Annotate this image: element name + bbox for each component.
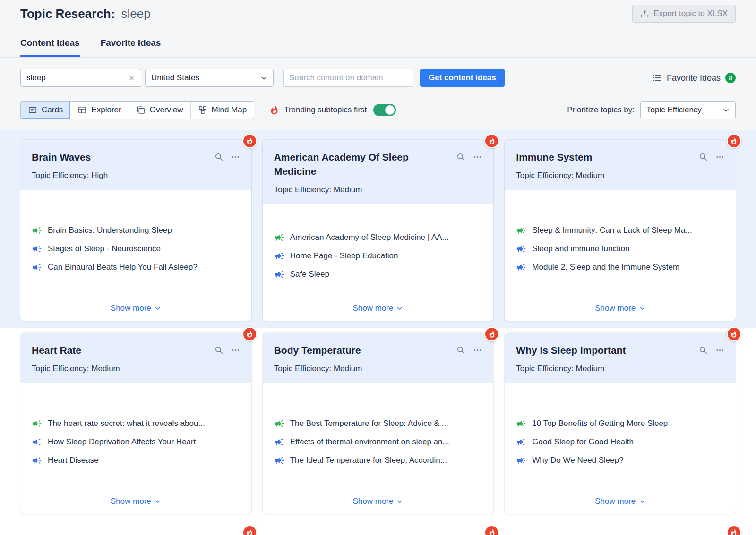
topic-card: Heart Rate Topic Efficiency: Medium The … [20, 333, 251, 514]
search-icon[interactable] [699, 346, 708, 355]
content-idea-text: The heart rate secret: what it reveals a… [48, 419, 205, 428]
controls-row: Cards Explorer Overview [20, 101, 736, 130]
content-idea-item[interactable]: Sleep & Immunity: Can a Lack of Sleep Ma… [516, 225, 724, 236]
card-body: Brain Basics: Understanding Sleep Stages… [20, 190, 251, 321]
card-efficiency: Topic Efficiency: Medium [274, 364, 482, 374]
card-header: Body Temperature Topic Efficiency: Mediu… [263, 333, 494, 383]
content-idea-item[interactable]: Stages of Sleep - Neuroscience [32, 244, 240, 254]
toggle-knob [385, 105, 395, 115]
tab-content-ideas[interactable]: Content Ideas [20, 38, 80, 57]
card-items: Sleep & Immunity: Can a Lack of Sleep Ma… [516, 194, 724, 304]
explorer-view-icon [77, 105, 87, 115]
upload-icon [640, 9, 649, 18]
more-options-icon[interactable] [231, 346, 240, 355]
card-title: Brain Waves [32, 150, 91, 164]
search-icon[interactable] [215, 346, 223, 355]
chevron-down-icon [155, 305, 161, 312]
more-options-icon[interactable] [473, 153, 482, 161]
card-items: American Academy of Sleep Medicine | AA.… [274, 208, 482, 304]
content-idea-item[interactable]: American Academy of Sleep Medicine | AA.… [274, 232, 482, 243]
megaphone-icon [274, 455, 284, 466]
topic-research-page: Topic Research: sleep Export topic to XL… [0, 0, 756, 535]
content-idea-text: The Best Temperature for Sleep: Advice &… [290, 419, 448, 428]
content-idea-item[interactable]: Brain Basics: Understanding Sleep [32, 225, 240, 236]
trending-subtopics-label: Trending subtopics first [284, 105, 367, 115]
card-items: The Best Temperature for Sleep: Advice &… [274, 387, 482, 497]
search-icon[interactable] [456, 153, 465, 161]
content-idea-item[interactable]: The Ideal Temperature for Sleep, Accordi… [274, 455, 482, 466]
search-icon[interactable] [699, 153, 708, 161]
trending-fire-badge [727, 134, 741, 148]
content-idea-item[interactable]: Safe Sleep [274, 269, 482, 280]
clear-icon[interactable] [128, 75, 135, 82]
content-idea-item[interactable]: 10 Top Benefits of Getting More Sleep [516, 418, 724, 429]
content-idea-item[interactable]: Why Do We Need Sleep? [516, 455, 724, 466]
content-idea-item[interactable]: How Sleep Deprivation Affects Your Heart [32, 437, 240, 447]
content-idea-item[interactable]: Good Sleep for Good Health [516, 437, 724, 447]
show-more-label: Show more [353, 304, 394, 313]
card-title: Immune System [516, 150, 592, 164]
overview-view-icon [136, 105, 146, 115]
megaphone-icon [274, 437, 284, 447]
view-mind-map[interactable]: Mind Map [190, 102, 254, 119]
tab-label: Content Ideas [20, 38, 80, 48]
content-idea-text: Module 2. Sleep and the Immune System [532, 263, 679, 272]
search-icon[interactable] [215, 153, 223, 161]
favorite-ideas-link[interactable]: Favorite Ideas 8 [652, 73, 736, 83]
view-explorer[interactable]: Explorer [70, 102, 128, 119]
domain-search-input[interactable] [283, 69, 413, 87]
trending-fire-badge [242, 327, 257, 341]
show-more-link[interactable]: Show more [516, 304, 724, 313]
content-idea-text: Safe Sleep [290, 270, 329, 279]
content-idea-text: American Academy of Sleep Medicine | AA.… [290, 233, 449, 242]
country-select[interactable]: United States [145, 69, 274, 87]
card-header: American Academy Of Sleep Medicine Topic… [263, 140, 494, 204]
more-options-icon[interactable] [473, 346, 482, 355]
export-button-label: Export topic to XLSX [653, 9, 728, 18]
topic-card: Brain Waves Topic Efficiency: High Brain… [20, 140, 251, 321]
page-title-query: sleep [121, 7, 151, 21]
trending-fire-badge [242, 525, 257, 535]
show-more-link[interactable]: Show more [32, 497, 240, 506]
tab-favorite-ideas[interactable]: Favorite Ideas [101, 38, 161, 57]
show-more-link[interactable]: Show more [516, 497, 724, 506]
content-idea-item[interactable]: Home Page - Sleep Education [274, 251, 482, 261]
show-more-link[interactable]: Show more [32, 304, 240, 313]
content-idea-item[interactable]: The heart rate secret: what it reveals a… [32, 418, 240, 429]
megaphone-icon [32, 437, 42, 447]
get-content-ideas-button[interactable]: Get content ideas [420, 69, 505, 87]
trending-fire-badge [242, 134, 257, 148]
content-idea-item[interactable]: Sleep and immune function [516, 244, 724, 254]
content-idea-item[interactable]: Effects of thermal environment on sleep … [274, 437, 482, 447]
show-more-link[interactable]: Show more [274, 497, 482, 506]
content-idea-text: Good Sleep for Good Health [532, 437, 634, 447]
prioritize-select[interactable]: Topic Efficiency [640, 101, 736, 119]
topic-card: Why Is Sleep Important Topic Efficiency:… [505, 333, 736, 514]
view-label: Explorer [91, 105, 121, 115]
next-card-placeholder [505, 525, 736, 535]
content-idea-item[interactable]: Module 2. Sleep and the Immune System [516, 262, 724, 272]
more-options-icon[interactable] [715, 153, 724, 161]
more-options-icon[interactable] [231, 153, 240, 161]
content-idea-text: Heart Disease [48, 456, 99, 465]
show-more-link[interactable]: Show more [274, 304, 482, 313]
export-button[interactable]: Export topic to XLSX [632, 5, 736, 23]
topic-card: Immune System Topic Efficiency: Medium S… [505, 140, 736, 321]
view-cards[interactable]: Cards [21, 102, 70, 119]
search-icon[interactable] [456, 346, 465, 355]
card-actions [215, 153, 240, 161]
content-idea-item[interactable]: Can Binaural Beats Help You Fall Asleep? [32, 262, 240, 272]
view-label: Mind Map [212, 105, 247, 115]
show-more-label: Show more [111, 304, 151, 313]
content-idea-item[interactable]: Heart Disease [32, 455, 240, 466]
chevron-down-icon [722, 107, 730, 114]
topic-query-input[interactable]: sleep [20, 69, 141, 87]
card-actions [456, 346, 482, 355]
trending-toggle[interactable] [373, 104, 396, 116]
view-overview[interactable]: Overview [129, 102, 190, 119]
more-options-icon[interactable] [715, 346, 724, 355]
card-efficiency: Topic Efficiency: Medium [274, 185, 482, 195]
chevron-down-icon [639, 305, 645, 312]
content-idea-item[interactable]: The Best Temperature for Sleep: Advice &… [274, 418, 482, 429]
toolbar-area: Topic Research: sleep Export topic to XL… [0, 0, 756, 130]
